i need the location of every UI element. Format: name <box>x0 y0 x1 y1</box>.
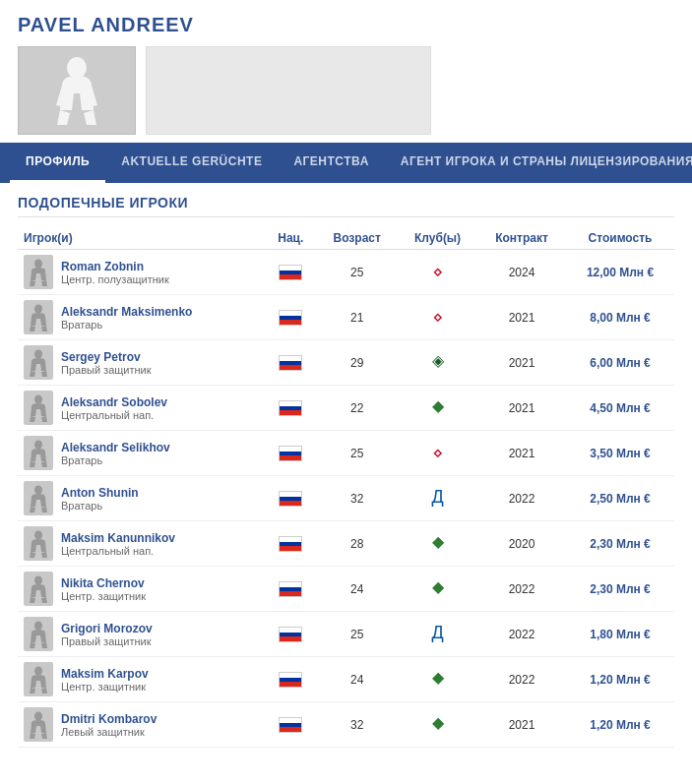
player-avatar <box>24 572 53 606</box>
player-contract: 2020 <box>477 521 566 567</box>
player-age: 32 <box>316 702 398 748</box>
player-cell-9: Maksim Karpov Центр. защитник <box>18 657 265 702</box>
player-fullname[interactable]: Aleksandr Sobolev <box>61 395 167 409</box>
krasnodar-icon: ◆ <box>426 668 450 692</box>
player-club: ◆ <box>398 657 477 702</box>
player-fullname[interactable]: Nikita Chernov <box>61 576 146 590</box>
player-avatar <box>24 617 53 651</box>
player-value: 2,30 Млн € <box>566 521 674 567</box>
player-name: Pavel Andreev <box>18 14 674 36</box>
tab-rumors[interactable]: Aktuelle Gerüchte <box>105 143 278 183</box>
svg-point-0 <box>67 57 87 79</box>
player-info: Grigori Morozov Правый защитник <box>61 622 153 647</box>
players-table: Игрок(и) Нац. Возраст Клуб(ы) Контракт С… <box>18 227 674 748</box>
player-nationality <box>265 295 316 340</box>
col-contract: Контракт <box>477 227 566 250</box>
player-cell-6: Maksim Kanunnikov Центральный нап. <box>18 521 265 567</box>
player-fullname[interactable]: Maksim Kanunnikov <box>61 531 175 545</box>
profile-image-area <box>18 46 674 135</box>
nav-tabs: Профиль Aktuelle Gerüchte Агентства Аген… <box>0 143 692 183</box>
table-row[interactable]: Dmitri Kombarov Левый защитник 32 ◆ 2021… <box>18 702 674 748</box>
player-club: ◆ <box>398 702 477 748</box>
tab-agencies[interactable]: Агентства <box>278 143 384 183</box>
spartak-icon: ⬦ <box>426 442 450 465</box>
player-avatar <box>24 436 53 470</box>
player-contract: 2021 <box>477 702 566 748</box>
player-age: 21 <box>316 295 398 340</box>
player-nationality <box>265 476 316 521</box>
table-row[interactable]: Grigori Morozov Правый защитник 25 Д 202… <box>18 612 674 657</box>
player-age: 25 <box>316 250 398 295</box>
player-contract: 2021 <box>477 295 566 340</box>
table-row[interactable]: Anton Shunin Вратарь 32 Д 2022 2,50 Млн … <box>18 476 674 521</box>
player-silhouette-icon <box>52 56 101 125</box>
tab-agent[interactable]: Агент игрока и страны лицензирования <box>385 143 692 183</box>
player-position: Вратарь <box>61 319 192 331</box>
player-nationality <box>265 567 316 612</box>
table-row[interactable]: Aleksandr Selikhov Вратарь 25 ⬦ 2021 3,5… <box>18 431 674 476</box>
player-value: 2,50 Млн € <box>566 476 674 521</box>
table-row[interactable]: Roman Zobnin Центр. полузащитник 25 ⬦ 20… <box>18 250 674 295</box>
player-club: ⬦ <box>398 431 477 476</box>
table-row[interactable]: Maksim Karpov Центр. защитник 24 ◆ 2022 … <box>18 657 674 702</box>
player-position: Центральный нап. <box>61 545 175 557</box>
svg-point-2 <box>34 304 42 313</box>
player-info: Roman Zobnin Центр. полузащитник <box>61 260 169 285</box>
player-fullname[interactable]: Grigori Morozov <box>61 622 153 635</box>
dynamo-icon: Д <box>426 623 450 646</box>
player-club: ◆ <box>398 567 477 612</box>
player-position: Правый защитник <box>61 635 153 647</box>
player-avatar <box>24 481 53 515</box>
player-age: 32 <box>316 476 398 521</box>
photo-placeholder <box>146 46 431 135</box>
tab-profile[interactable]: Профиль <box>10 143 105 183</box>
table-row[interactable]: Aleksandr Sobolev Центральный нап. 22 ◆ … <box>18 386 674 431</box>
table-row[interactable]: Maksim Kanunnikov Центральный нап. 28 ◆ … <box>18 521 674 567</box>
player-info: Aleksandr Maksimenko Вратарь <box>61 305 192 331</box>
player-info: Dmitri Kombarov Левый защитник <box>61 712 157 738</box>
player-avatar <box>24 526 53 561</box>
player-fullname[interactable]: Dmitri Kombarov <box>61 712 157 726</box>
spartak-icon: ⬦ <box>426 306 450 330</box>
player-fullname[interactable]: Maksim Karpov <box>61 667 149 681</box>
player-info: Aleksandr Sobolev Центральный нап. <box>61 395 167 421</box>
player-avatar <box>24 345 53 380</box>
table-row[interactable]: Nikita Chernov Центр. защитник 24 ◆ 2022… <box>18 567 674 612</box>
flag-russia-icon <box>279 717 302 733</box>
player-contract: 2024 <box>477 250 566 295</box>
col-player: Игрок(и) <box>18 227 265 250</box>
player-nationality <box>265 431 316 476</box>
player-fullname[interactable]: Sergey Petrov <box>61 350 152 364</box>
player-info: Aleksandr Selikhov Вратарь <box>61 441 170 466</box>
player-avatar <box>24 391 53 425</box>
torpedo-icon: ◈ <box>426 351 450 375</box>
player-contract: 2022 <box>477 612 566 657</box>
player-position: Центр. полузащитник <box>61 273 169 285</box>
player-fullname[interactable]: Anton Shunin <box>61 486 139 500</box>
player-fullname[interactable]: Aleksandr Selikhov <box>61 441 170 454</box>
player-position: Центр. защитник <box>61 681 149 693</box>
player-avatar <box>24 707 53 742</box>
spartak-icon: ⬦ <box>426 261 450 284</box>
player-contract: 2021 <box>477 386 566 431</box>
player-age: 28 <box>316 521 398 567</box>
flag-russia-icon <box>279 310 302 326</box>
player-cell-5: Anton Shunin Вратарь <box>18 476 265 521</box>
player-fullname[interactable]: Roman Zobnin <box>61 260 169 273</box>
player-nationality <box>265 386 316 431</box>
player-info: Nikita Chernov Центр. защитник <box>61 576 146 602</box>
player-age: 29 <box>316 340 398 386</box>
player-cell-2: Sergey Petrov Правый защитник <box>18 340 265 386</box>
player-contract: 2021 <box>477 431 566 476</box>
svg-point-4 <box>34 394 42 403</box>
player-nationality <box>265 521 316 567</box>
player-nationality <box>265 250 316 295</box>
svg-point-11 <box>34 711 42 720</box>
flag-russia-icon <box>279 491 302 507</box>
player-contract: 2022 <box>477 476 566 521</box>
table-row[interactable]: Sergey Petrov Правый защитник 29 ◈ 2021 … <box>18 340 674 386</box>
player-value: 2,30 Млн € <box>566 567 674 612</box>
table-row[interactable]: Aleksandr Maksimenko Вратарь 21 ⬦ 2021 8… <box>18 295 674 340</box>
player-fullname[interactable]: Aleksandr Maksimenko <box>61 305 192 319</box>
svg-point-5 <box>34 440 42 449</box>
